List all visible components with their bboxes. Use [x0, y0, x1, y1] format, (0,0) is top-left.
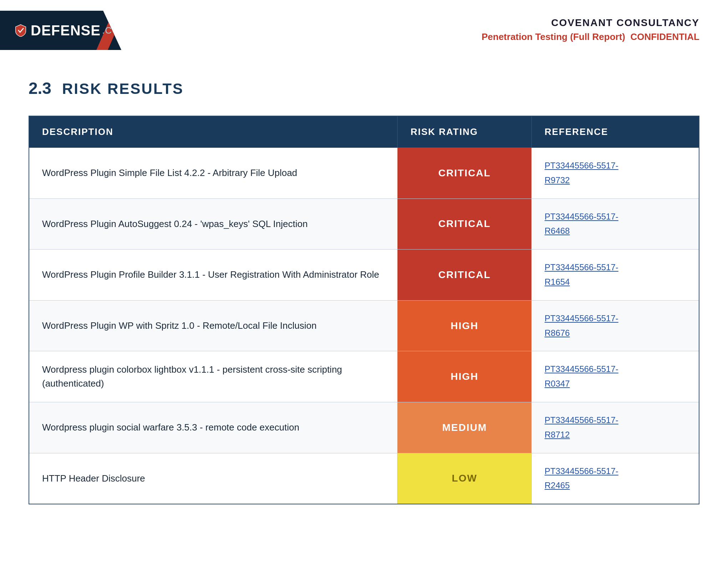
reference-cell: PT33445566-5517-R1654 — [531, 250, 699, 301]
col-reference: REFERENCE — [531, 116, 699, 148]
section-number: 2.3 — [29, 79, 51, 98]
reference-link[interactable]: PT33445566-5517-R2465 — [545, 464, 686, 493]
risk-rating-cell: MEDIUM — [398, 402, 532, 453]
col-description: DESCRIPTION — [29, 116, 398, 148]
table-header-row: DESCRIPTION RISK RATING REFERENCE — [29, 116, 699, 148]
table-row: WordPress Plugin AutoSuggest 0.24 - 'wpa… — [29, 198, 699, 250]
company-name: COVENANT CONSULTANCY — [481, 17, 699, 29]
reference-cell: PT33445566-5517-R2465 — [531, 453, 699, 504]
shield-icon — [14, 24, 27, 37]
reference-link[interactable]: PT33445566-5517-R8676 — [545, 311, 686, 341]
risk-rating-cell: CRITICAL — [398, 148, 532, 199]
section-label: RISK RESULTS — [62, 80, 184, 97]
reference-link[interactable]: PT33445566-5517-R6468 — [545, 210, 686, 239]
risk-rating-cell: HIGH — [398, 351, 532, 402]
description-cell: Wordpress plugin colorbox lightbox v1.1.… — [29, 351, 398, 402]
page-header: DEFENSE.COM COVENANT CONSULTANCY Penetra… — [0, 0, 728, 57]
reference-link[interactable]: PT33445566-5517-R1654 — [545, 260, 686, 290]
header-right: COVENANT CONSULTANCY Penetration Testing… — [481, 11, 699, 42]
logo-block: DEFENSE.COM — [0, 11, 121, 50]
description-cell: HTTP Header Disclosure — [29, 453, 398, 504]
reference-link[interactable]: PT33445566-5517-R0347 — [545, 362, 686, 391]
table-row: WordPress Plugin WP with Spritz 1.0 - Re… — [29, 300, 699, 351]
table-row: HTTP Header DisclosureLOWPT33445566-5517… — [29, 453, 699, 504]
confidential-label: CONFIDENTIAL — [630, 31, 699, 42]
logo-defense: DEFENSE — [31, 22, 101, 39]
report-subtitle: Penetration Testing (Full Report) CONFID… — [481, 31, 699, 42]
risk-table: DESCRIPTION RISK RATING REFERENCE WordPr… — [29, 116, 699, 504]
reference-cell: PT33445566-5517-R9732 — [531, 148, 699, 199]
reference-link[interactable]: PT33445566-5517-R9732 — [545, 158, 686, 188]
section-title: 2.3 RISK RESULTS — [29, 79, 699, 98]
reference-cell: PT33445566-5517-R8676 — [531, 300, 699, 351]
risk-rating-cell: HIGH — [398, 300, 532, 351]
table-row: WordPress Plugin Simple File List 4.2.2 … — [29, 148, 699, 199]
description-cell: WordPress Plugin AutoSuggest 0.24 - 'wpa… — [29, 198, 398, 250]
col-risk-rating: RISK RATING — [398, 116, 532, 148]
main-content: 2.3 RISK RESULTS DESCRIPTION RISK RATING… — [0, 57, 728, 526]
reference-cell: PT33445566-5517-R0347 — [531, 351, 699, 402]
table-row: WordPress Plugin Profile Builder 3.1.1 -… — [29, 250, 699, 301]
table-row: Wordpress plugin social warfare 3.5.3 - … — [29, 402, 699, 453]
risk-rating-cell: LOW — [398, 453, 532, 504]
reference-cell: PT33445566-5517-R6468 — [531, 198, 699, 250]
risk-rating-cell: CRITICAL — [398, 198, 532, 250]
logo-com: .COM — [102, 25, 128, 36]
reference-link[interactable]: PT33445566-5517-R8712 — [545, 413, 686, 442]
report-type: Penetration Testing (Full Report) — [481, 31, 625, 42]
table-row: Wordpress plugin colorbox lightbox v1.1.… — [29, 351, 699, 402]
reference-cell: PT33445566-5517-R8712 — [531, 402, 699, 453]
description-cell: WordPress Plugin Profile Builder 3.1.1 -… — [29, 250, 398, 301]
logo-text: DEFENSE.COM — [14, 22, 128, 39]
risk-rating-cell: CRITICAL — [398, 250, 532, 301]
description-cell: WordPress Plugin Simple File List 4.2.2 … — [29, 148, 398, 199]
logo-area: DEFENSE.COM — [0, 11, 121, 50]
description-cell: Wordpress plugin social warfare 3.5.3 - … — [29, 402, 398, 453]
description-cell: WordPress Plugin WP with Spritz 1.0 - Re… — [29, 300, 398, 351]
